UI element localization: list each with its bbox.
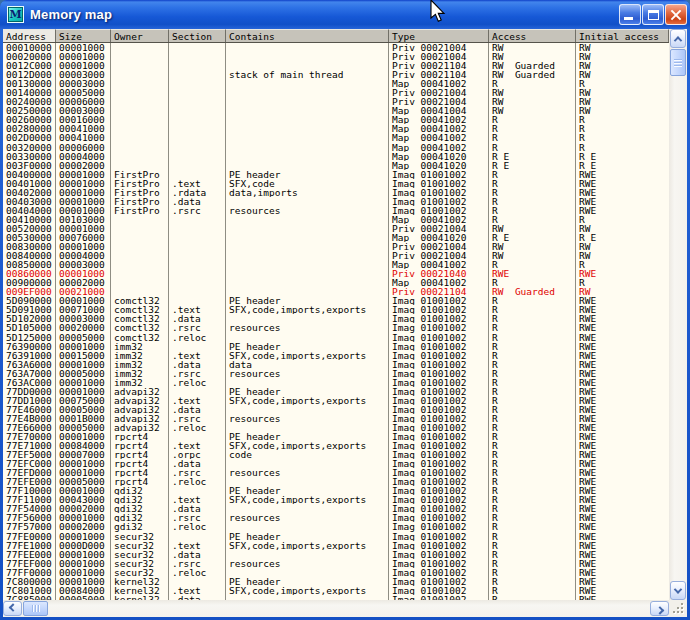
table-row[interactable]: 00020000 00001000 Priv 00021004 RW RW — [3, 52, 669, 61]
table-row[interactable]: 5D125000 00005000 comctl32 .reloc Imag 0… — [3, 333, 669, 342]
vertical-scrollbar[interactable] — [669, 29, 687, 600]
table-row[interactable]: 00140000 00005000 Priv 00021004 RW RW — [3, 88, 669, 97]
table-row[interactable]: 00402000 00001000 FirstPro .rdata data,i… — [3, 188, 669, 197]
table-row[interactable]: 76390000 00001000 imm32 PE header Imag 0… — [3, 342, 669, 351]
column-header-section[interactable]: Section — [169, 29, 226, 42]
table-row[interactable]: 763A7000 00005000 imm32 .rsrc resources … — [3, 369, 669, 378]
table-row[interactable]: 77F10000 00001000 gdi32 PE header Imag 0… — [3, 486, 669, 495]
table-row[interactable]: 00010000 00001000 Priv 00021004 RW RW — [3, 43, 669, 52]
cell-type: Priv 00021104 — [389, 61, 489, 70]
cell-type: Imag 01001002 — [389, 513, 489, 522]
table-row[interactable]: 7C800000 00001000 kernel32 PE header Ima… — [3, 577, 669, 586]
table-row[interactable]: 0012D000 00003000 stack of main thread P… — [3, 70, 669, 79]
table-row[interactable]: 00520000 00001000 Priv 00021004 RW RW — [3, 224, 669, 233]
table-row[interactable]: 003F0000 00002000 Map 00041020 R E R E — [3, 161, 669, 170]
table-row[interactable]: 5D105000 00020000 comctl32 .rsrc resourc… — [3, 323, 669, 332]
column-header-owner[interactable]: Owner — [111, 29, 169, 42]
table-row[interactable]: 00530000 00076000 Map 00041020 R E R E — [3, 233, 669, 242]
table-row[interactable]: 00320000 00006000 Map 00041002 R R — [3, 143, 669, 152]
column-header-access[interactable]: Access — [489, 29, 576, 42]
cell-contains: PE header — [226, 296, 389, 305]
table-row[interactable]: 763AC000 00001000 imm32 .reloc Imag 0100… — [3, 378, 669, 387]
horizontal-scrollbar[interactable] — [3, 600, 669, 617]
table-row[interactable]: 77FEE000 00001000 secur32 .data Imag 010… — [3, 550, 669, 559]
scroll-left-button[interactable] — [3, 601, 22, 616]
table-row[interactable]: 77EFD000 00001000 rpcrt4 .rsrc resources… — [3, 468, 669, 477]
column-header-type[interactable]: Type — [389, 29, 489, 42]
table-row[interactable]: 00260000 00016000 Map 00041002 R R — [3, 115, 669, 124]
table-row[interactable]: 00900000 00002000 Map 00041002 R R — [3, 278, 669, 287]
table-row[interactable]: 009EF000 00021000 Priv 00021104 RW Guard… — [3, 287, 669, 296]
cell-access: RW — [489, 43, 576, 52]
column-header-initial-access[interactable]: Initial access — [576, 29, 669, 42]
table-row[interactable]: 77F56000 00001000 gdi32 .rsrc resources … — [3, 513, 669, 522]
cell-owner — [111, 97, 169, 106]
horizontal-scroll-track[interactable] — [48, 600, 650, 617]
table-row[interactable]: 00403000 00001000 FirstPro .data Imag 01… — [3, 197, 669, 206]
table-row[interactable]: 002D0000 00041000 Map 00041002 R R — [3, 133, 669, 142]
cell-type: Map 00041020 — [389, 161, 489, 170]
table-row[interactable]: 00330000 00004000 Map 00041020 R E R E — [3, 152, 669, 161]
cell-section — [169, 577, 226, 586]
scroll-up-button[interactable] — [670, 29, 686, 48]
table-row[interactable]: 00280000 00041000 Map 00041002 R R — [3, 124, 669, 133]
table-row[interactable]: 00410000 00103000 Map 00041002 R R — [3, 215, 669, 224]
maximize-button[interactable] — [642, 4, 664, 25]
close-button[interactable] — [665, 4, 687, 25]
cell-section: .rsrc — [169, 369, 226, 378]
table-row[interactable]: 00401000 00001000 FirstPro .text SFX,cod… — [3, 179, 669, 188]
vertical-scroll-thumb[interactable] — [670, 49, 686, 76]
horizontal-scroll-thumb[interactable] — [23, 601, 48, 616]
table-row[interactable]: 77E4B000 0001B000 advapi32 .rsrc resourc… — [3, 414, 669, 423]
column-header-size[interactable]: Size — [56, 29, 111, 42]
table-row[interactable]: 00830000 00001000 Priv 00021004 RW RW — [3, 242, 669, 251]
column-header-address[interactable]: Address — [3, 29, 56, 42]
table-row[interactable]: 00130000 00003000 Map 00041002 R R — [3, 79, 669, 88]
table-row[interactable]: 76391000 00015000 imm32 .text SFX,code,i… — [3, 351, 669, 360]
table-row[interactable]: 00860000 00001000 Priv 00021040 RWE RWE — [3, 269, 669, 278]
table-row[interactable]: 77DD0000 00001000 advapi32 PE header Ima… — [3, 387, 669, 396]
table-row[interactable]: 5D102000 00003000 comctl32 .data Imag 01… — [3, 314, 669, 323]
table-row[interactable]: 77FEF000 00001000 secur32 .rsrc resource… — [3, 559, 669, 568]
table-row[interactable]: 77EFC000 00001000 rpcrt4 .data Imag 0100… — [3, 459, 669, 468]
table-row[interactable]: 0012C000 00001000 Priv 00021104 RW Guard… — [3, 61, 669, 70]
table-row[interactable]: 77E71000 00084000 rpcrt4 .text SFX,code,… — [3, 441, 669, 450]
table-row[interactable]: 00250000 00003000 Map 00041004 RW RW — [3, 106, 669, 115]
table-row[interactable]: 00840000 00004000 Priv 00021004 RW RW — [3, 251, 669, 260]
table-row[interactable]: 00404000 00001000 FirstPro .rsrc resourc… — [3, 206, 669, 215]
app-icon[interactable]: M — [7, 6, 24, 23]
cell-owner — [111, 278, 169, 287]
cell-section: .rsrc — [169, 206, 226, 215]
titlebar[interactable]: M Memory map — [0, 0, 690, 29]
vertical-scroll-track[interactable] — [669, 76, 687, 581]
table-row[interactable]: 00850000 00003000 Map 00041002 R R — [3, 260, 669, 269]
table-row[interactable]: 5D090000 00001000 comctl32 PE header Ima… — [3, 296, 669, 305]
table-row[interactable]: 77FF0000 00001000 secur32 .reloc Imag 01… — [3, 568, 669, 577]
cell-type: Priv 00021004 — [389, 88, 489, 97]
table-row[interactable]: 77E46000 00005000 advapi32 .data Imag 01… — [3, 405, 669, 414]
scroll-down-button[interactable] — [670, 581, 686, 600]
table-row[interactable]: 00240000 00006000 Priv 00021004 RW RW — [3, 97, 669, 106]
cell-address: 00410000 — [3, 215, 56, 224]
resize-grip[interactable] — [669, 600, 687, 617]
table-row[interactable]: 77F11000 00043000 gdi32 .text SFX,code,i… — [3, 495, 669, 504]
table-row[interactable]: 77E70000 00001000 rpcrt4 PE header Imag … — [3, 432, 669, 441]
minimize-button[interactable] — [619, 4, 641, 25]
table-row[interactable]: 77F57000 00002000 gdi32 .reloc Imag 0100… — [3, 522, 669, 531]
table-row[interactable]: 77FE0000 00001000 secur32 PE header Imag… — [3, 532, 669, 541]
table-row[interactable]: 77EF5000 00007000 rpcrt4 .orpc code Imag… — [3, 450, 669, 459]
table-row[interactable]: 77FE1000 0000D000 secur32 .text SFX,code… — [3, 541, 669, 550]
table-row[interactable]: 763A6000 00001000 imm32 .data data Imag … — [3, 360, 669, 369]
scroll-right-button[interactable] — [650, 601, 669, 616]
cell-size: 00001000 — [56, 432, 111, 441]
table-row[interactable]: 77DD1000 00075000 advapi32 .text SFX,cod… — [3, 396, 669, 405]
table-row[interactable]: 77F54000 00002000 gdi32 .data Imag 01001… — [3, 504, 669, 513]
table-row[interactable]: 77E66000 00005000 advapi32 .reloc Imag 0… — [3, 423, 669, 432]
cell-address: 00020000 — [3, 52, 56, 61]
table-row[interactable]: 77EFE000 00005000 rpcrt4 .reloc Imag 010… — [3, 477, 669, 486]
table-row[interactable]: 5D091000 00071000 comctl32 .text SFX,cod… — [3, 305, 669, 314]
table-row[interactable]: 7C801000 00084000 kernel32 .text SFX,cod… — [3, 586, 669, 595]
table-row[interactable]: 00400000 00001000 FirstPro PE header Ima… — [3, 170, 669, 179]
cell-owner: rpcrt4 — [111, 477, 169, 486]
column-header-contains[interactable]: Contains — [226, 29, 389, 42]
